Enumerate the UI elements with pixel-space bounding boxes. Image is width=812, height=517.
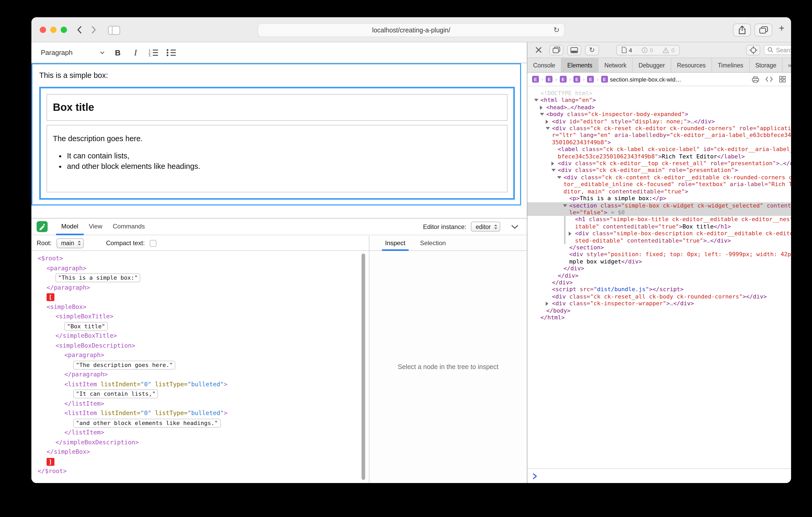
dom-tree-line[interactable]: <div class="simple-box-description ck-ed… [527,230,791,244]
model-tree-line[interactable]: </simpleBoxDescription> [31,437,369,447]
disclosure-open-icon[interactable] [534,99,539,102]
disclosure-collapsed-icon[interactable] [569,232,571,236]
disclosure-open-icon[interactable] [563,204,567,207]
model-tree-line[interactable]: </paragraph> [31,370,369,379]
dom-tree-line[interactable]: <label class="ck ck-label ck-voice-label… [527,146,791,160]
model-tree-line[interactable]: <simpleBoxTitle> [31,311,369,321]
dom-tree-line[interactable]: <div class="ck ck-editor__top ck-reset_a… [527,160,791,167]
breadcrumb-item[interactable]: Esection.simple-box.ck-wid… [601,76,681,83]
sidebar-toggle-button[interactable] [108,26,120,37]
devtools-tab-network[interactable]: Network [599,58,633,72]
resource-count-badge[interactable]: 4 [617,47,637,53]
dock-side-button[interactable] [549,45,563,55]
box-description-text[interactable]: The description goes here. [53,134,501,143]
inspector-tab-inspect[interactable]: Inspect [382,236,408,251]
model-tree-line[interactable]: </simpleBox> [31,447,369,457]
close-window-button[interactable] [40,27,46,33]
model-tree-line[interactable]: <paragraph> [31,263,369,273]
url-field[interactable]: localhost/creating-a-plugin/ ↻ [258,23,565,37]
warnings-badge[interactable]: 0 [658,47,679,53]
dom-tree-line[interactable]: <!DOCTYPE html> [527,90,791,97]
inspector-tab-selection[interactable]: Selection [417,236,449,251]
model-tree-line[interactable]: <simpleBox> [31,302,369,311]
model-tree-line[interactable]: "Box title" [31,321,369,331]
breadcrumb-item[interactable]: E [573,76,580,83]
paragraph-dropdown[interactable]: Paragraph [41,49,105,57]
devtools-tab-elements[interactable]: Elements [561,58,599,72]
devtools-tab-console[interactable]: Console [527,58,561,72]
dom-tree-line[interactable]: </body> [527,307,791,314]
devtools-tab-debugger[interactable]: Debugger [633,58,671,72]
model-tree-line[interactable]: <listItem listIndent="0" listType="bulle… [31,379,369,389]
dom-tree-line[interactable]: <div class="ck-inspector-wrapper">…</div… [527,300,791,307]
model-tree-line[interactable]: <$root> [31,253,369,263]
disclosure-open-icon[interactable] [540,113,544,116]
dom-tree-line[interactable]: <div class="ck ck-reset_all ck-body ck-r… [527,293,791,300]
bulleted-list-button[interactable] [162,45,180,60]
devtools-reload-button[interactable]: ↻ [585,45,599,55]
dom-tree-line[interactable]: </section> [527,244,791,251]
inspector-tab-model[interactable]: Model [56,218,83,235]
disclosure-collapsed-icon[interactable] [551,161,554,166]
inspector-tab-view[interactable]: View [83,218,108,235]
dom-tree-line[interactable]: <div class="ck ck-editor__main" role="pr… [527,167,791,174]
breadcrumb-item[interactable]: E [532,76,539,83]
model-tree-line[interactable]: </listItem> [31,399,369,408]
paragraph-text[interactable]: This is a simple box: [39,71,515,80]
model-tree-line[interactable]: <simpleBoxDescription> [31,341,369,350]
model-tree-line[interactable]: </listItem> [31,428,369,437]
dom-tree-line[interactable]: </div> [527,272,791,279]
new-tab-button[interactable]: + [776,23,787,34]
list-item[interactable]: It can contain lists, [67,151,501,161]
dom-tree-line[interactable]: <section class="simple-box ck-widget ck-… [527,202,791,216]
grid-icon[interactable] [779,76,786,83]
disclosure-collapsed-icon[interactable] [540,105,543,110]
code-brackets-icon[interactable] [765,76,773,82]
minimize-window-button[interactable] [50,27,57,33]
share-button[interactable] [733,24,751,37]
bold-button[interactable]: B [109,45,126,60]
disclosure-open-icon[interactable] [546,127,550,130]
model-tree-line[interactable]: "This is a simple box:" [31,273,369,282]
editor-instance-select[interactable]: editor [471,222,500,232]
editor-content[interactable]: This is a simple box: Box title The desc… [31,63,521,206]
model-tree-line[interactable]: </$root> [31,466,369,476]
dom-tree-line[interactable]: <div style="position: fixed; top: 0px; l… [527,251,791,265]
dom-tree-line[interactable]: </html> [527,314,791,321]
collapse-inspector-button[interactable] [511,224,519,229]
element-picker-button[interactable] [746,45,760,55]
box-description[interactable]: The description goes here. It can contai… [47,125,508,192]
numbered-list-button[interactable]: 1. 2. 3. [144,45,162,60]
dock-bottom-button[interactable] [567,45,581,55]
dom-tree-line[interactable]: <html lang="en"> [527,97,791,104]
disclosure-open-icon[interactable] [551,169,556,172]
dom-tree-line[interactable]: <body class="ck-inspector-body-expanded"… [527,111,791,118]
breadcrumb-item[interactable]: E [559,76,567,83]
scrollbar-thumb[interactable] [361,253,365,480]
model-tree-line[interactable]: "It can contain lists," [31,389,369,399]
simple-box-widget[interactable]: Box title The description goes here. It … [39,87,515,200]
model-tree-line[interactable]: "The description goes here." [31,360,369,370]
print-icon[interactable] [752,76,759,82]
devtools-tab-storage[interactable]: Storage [750,58,783,72]
dom-tree-line[interactable]: <div class="ck ck-content ck-editor__edi… [527,174,791,195]
disclosure-open-icon[interactable] [557,176,561,179]
dom-tree-line[interactable]: <p>This is a simple box:</p> [527,195,791,202]
zoom-window-button[interactable] [61,27,67,33]
model-tree-line[interactable]: "and other block elements like headings.… [31,418,369,428]
breadcrumb-item[interactable]: E [546,76,553,83]
compact-text-checkbox[interactable] [149,240,156,246]
dom-tree-line[interactable]: <script src="dist/bundle.js"></script> [527,286,791,293]
reload-icon[interactable]: ↻ [554,26,559,34]
model-tree-line[interactable]: <paragraph> [31,350,369,360]
forward-button[interactable] [88,25,99,35]
console-prompt-bar[interactable] [527,468,791,483]
dom-tree-line[interactable]: <head>…</head> [527,104,791,111]
devtools-tab-resources[interactable]: Resources [671,58,712,72]
back-button[interactable] [73,25,85,35]
dom-tree-line[interactable]: <h1 class="simple-box-title ck-editor__e… [527,216,791,230]
model-tree-line[interactable]: </paragraph> [31,282,369,292]
tab-overflow-icon[interactable]: » [788,61,791,69]
issues-badge[interactable]: 0 [637,47,658,53]
breadcrumb-item[interactable]: E [587,76,594,83]
